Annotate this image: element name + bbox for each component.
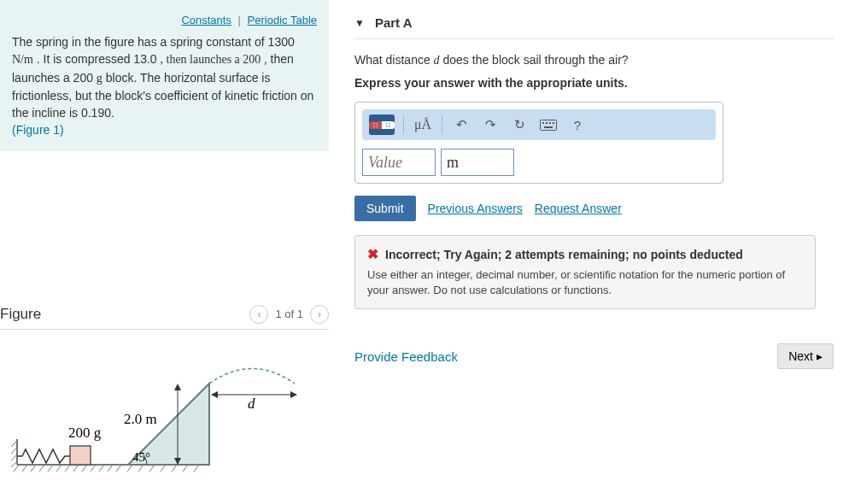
figure-pager: ‹ 1 of 1 ›	[249, 305, 329, 324]
trajectory-path	[209, 368, 295, 384]
undo-button[interactable]: ↶	[451, 114, 471, 135]
svg-line-15	[11, 441, 17, 447]
spring-icon	[17, 449, 70, 463]
answer-input-area: □□ μÅ ↶ ↷ ↻ ?	[354, 102, 723, 184]
input-toolbar: □□ μÅ ↶ ↷ ↻ ?	[362, 109, 716, 140]
mass-label: 200 g	[68, 425, 102, 441]
template-tool-icon[interactable]: □□	[369, 114, 395, 135]
pager-prev-button[interactable]: ‹	[249, 305, 268, 324]
request-answer-link[interactable]: Request Answer	[535, 202, 622, 215]
pager-next-button[interactable]: ›	[310, 305, 329, 324]
figure-title: Figure	[0, 306, 41, 323]
unit-input[interactable]	[441, 149, 514, 176]
angle-label: 45°	[132, 450, 150, 464]
redo-button[interactable]: ↷	[480, 114, 501, 135]
svg-line-6	[56, 465, 61, 472]
svg-line-11	[99, 465, 104, 472]
svg-line-4	[39, 465, 44, 472]
svg-line-16	[11, 448, 17, 454]
figure-diagram: 200 g 45° 2.0 m	[9, 337, 303, 478]
svg-line-1	[14, 465, 19, 472]
svg-line-24	[172, 465, 177, 472]
chevron-right-icon: ▸	[817, 349, 823, 363]
svg-rect-34	[542, 122, 544, 124]
d-label: d	[248, 396, 255, 412]
svg-line-9	[82, 465, 87, 472]
figure-link[interactable]: (Figure 1)	[12, 123, 64, 137]
svg-line-2	[22, 465, 27, 472]
svg-line-23	[161, 465, 166, 472]
problem-statement: Constants | Periodic Table The spring in…	[0, 0, 329, 151]
incorrect-icon: ✖	[367, 246, 378, 262]
svg-line-3	[31, 465, 36, 472]
svg-rect-36	[549, 122, 551, 124]
svg-line-26	[194, 465, 199, 472]
svg-line-5	[48, 465, 53, 472]
svg-marker-28	[174, 384, 181, 390]
help-button[interactable]: ?	[567, 114, 588, 135]
height-label: 2.0 m	[124, 411, 157, 427]
feedback-heading: Incorrect; Try Again; 2 attempts remaini…	[385, 248, 743, 261]
svg-rect-37	[553, 122, 554, 124]
periodic-table-link[interactable]: Periodic Table	[248, 14, 317, 26]
svg-line-18	[11, 461, 17, 467]
part-header[interactable]: ▼ Part A	[354, 15, 834, 39]
units-tool-button[interactable]: μÅ	[413, 114, 433, 135]
block-icon	[70, 446, 91, 465]
svg-line-10	[91, 465, 96, 472]
svg-line-20	[127, 465, 132, 472]
feedback-body: Use either an integer, decimal number, o…	[367, 267, 803, 298]
constants-link[interactable]: Constants	[181, 14, 231, 26]
feedback-box: ✖ Incorrect; Try Again; 2 attempts remai…	[354, 235, 816, 309]
svg-line-8	[73, 465, 79, 472]
svg-marker-32	[290, 391, 297, 398]
svg-rect-33	[541, 120, 557, 130]
link-separator: |	[238, 14, 241, 26]
answer-instruction: Express your answer with the appropriate…	[354, 76, 834, 90]
svg-rect-35	[546, 122, 547, 124]
pager-count: 1 of 1	[275, 308, 303, 320]
svg-rect-38	[544, 126, 553, 128]
part-label: Part A	[375, 15, 413, 30]
svg-marker-31	[211, 391, 218, 398]
keyboard-button[interactable]	[538, 114, 559, 135]
reset-button[interactable]: ↻	[509, 114, 530, 135]
previous-answers-link[interactable]: Previous Answers	[428, 202, 523, 215]
svg-line-13	[116, 465, 121, 472]
svg-line-21	[138, 465, 143, 472]
question-text: What distance d does the block sail thro…	[354, 53, 834, 67]
top-links: Constants | Periodic Table	[12, 14, 317, 26]
collapse-icon: ▼	[354, 17, 365, 29]
submit-button[interactable]: Submit	[354, 196, 416, 221]
svg-line-22	[149, 465, 155, 472]
svg-line-25	[183, 465, 188, 472]
value-input[interactable]	[362, 149, 436, 176]
problem-text: The spring in the figure has a spring co…	[12, 33, 317, 139]
svg-line-17	[11, 454, 17, 460]
provide-feedback-link[interactable]: Provide Feedback	[354, 349, 458, 364]
svg-line-12	[108, 465, 113, 472]
svg-line-7	[65, 465, 70, 472]
next-button[interactable]: Next▸	[777, 343, 834, 369]
